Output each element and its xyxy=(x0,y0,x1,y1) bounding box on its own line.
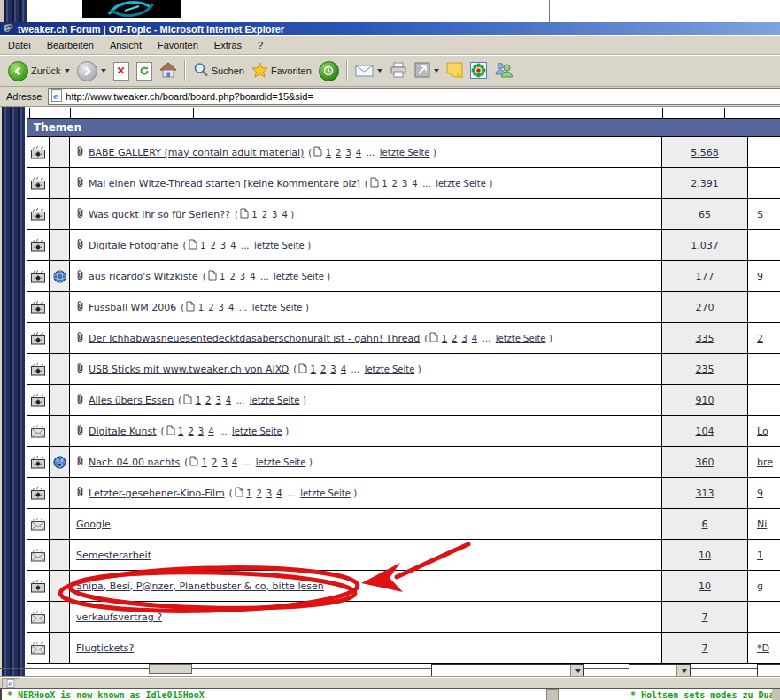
page-number-link[interactable]: 2 xyxy=(212,458,217,467)
last-page-link[interactable]: letzte Seite xyxy=(232,427,282,436)
page-number-link[interactable]: 3 xyxy=(345,148,351,158)
mail-button[interactable] xyxy=(351,62,386,81)
irc-scrollbar[interactable] xyxy=(772,689,780,700)
menu-item-?[interactable]: ? xyxy=(250,38,271,52)
page-number-link[interactable]: 2 xyxy=(256,488,261,498)
topic-link[interactable]: USB Sticks mit www.tweaker.ch von AIXO xyxy=(89,364,289,375)
fullscreen-button[interactable] xyxy=(411,60,443,81)
mail-dropdown-icon[interactable] xyxy=(377,69,382,73)
page-number-link[interactable]: 4 xyxy=(228,303,234,312)
page-number-link[interactable]: 1 xyxy=(178,427,183,436)
menu-item-extras[interactable]: Extras xyxy=(206,38,250,52)
page-number-link[interactable]: 1 xyxy=(311,365,316,374)
last-page-link[interactable]: letzte Seite xyxy=(300,488,351,498)
reply-count-link[interactable]: 10 xyxy=(699,581,711,592)
last-post-link[interactable]: S xyxy=(757,209,763,220)
page-number-link[interactable]: 4 xyxy=(226,396,231,405)
reply-count-link[interactable]: 65 xyxy=(699,209,711,220)
reply-count-link[interactable]: 360 xyxy=(696,457,714,468)
reply-count-link[interactable]: 104 xyxy=(696,426,714,437)
topic-link[interactable]: Fussball WM 2006 xyxy=(89,302,176,313)
page-number-link[interactable]: 3 xyxy=(330,365,336,374)
last-page-link[interactable]: letzte Seite xyxy=(256,458,306,467)
page-number-link[interactable]: 2 xyxy=(208,303,213,312)
last-post-link[interactable]: g xyxy=(757,581,763,592)
page-number-link[interactable]: 3 xyxy=(240,272,245,281)
page-number-link[interactable]: 2 xyxy=(392,179,398,188)
topic-link[interactable]: Letzter-gesehener-Kino-Film xyxy=(89,488,225,499)
page-number-link[interactable]: 1 xyxy=(196,396,201,405)
page-number-link[interactable]: 4 xyxy=(276,488,282,498)
reply-count-link[interactable]: 10 xyxy=(699,550,711,561)
page-number-link[interactable]: 1 xyxy=(200,241,205,250)
page-number-link[interactable]: 1 xyxy=(382,179,387,188)
reply-count-link[interactable]: 235 xyxy=(696,364,714,375)
page-number-link[interactable]: 3 xyxy=(266,488,272,498)
page-number-link[interactable]: 4 xyxy=(232,458,237,467)
page-number-link[interactable]: 3 xyxy=(215,396,220,405)
page-number-link[interactable]: 2 xyxy=(452,334,457,343)
last-post-link[interactable]: 1 xyxy=(757,550,763,561)
home-button[interactable] xyxy=(156,60,181,81)
topic-link[interactable]: Alles übers Essen xyxy=(89,395,174,406)
reply-count-link[interactable]: 1.037 xyxy=(691,240,719,251)
page-number-link[interactable]: 4 xyxy=(250,272,255,281)
favorites-button[interactable]: Favoriten xyxy=(248,60,315,81)
last-post-link[interactable]: Lo xyxy=(757,426,768,437)
topic-link[interactable]: BABE GALLERY (may contain adult material… xyxy=(89,147,304,158)
page-number-link[interactable]: 3 xyxy=(272,210,277,219)
partial-select[interactable] xyxy=(757,664,780,677)
page-bottom-button[interactable] xyxy=(149,664,192,674)
page-number-link[interactable]: 4 xyxy=(341,365,346,374)
page-number-link[interactable]: 2 xyxy=(229,272,235,281)
page-number-link[interactable]: 3 xyxy=(402,179,407,188)
menu-item-datei[interactable]: Datei xyxy=(0,38,39,52)
icq-button[interactable] xyxy=(467,60,490,82)
reply-count-link[interactable]: 313 xyxy=(696,488,714,499)
topic-link[interactable]: Semesterarbeit xyxy=(76,550,151,561)
topic-link[interactable]: Was guckt ihr so für Serien?? xyxy=(89,209,230,220)
reply-count-link[interactable]: 7 xyxy=(702,612,708,623)
menu-item-bearbeiten[interactable]: Bearbeiten xyxy=(39,38,102,52)
forward-dropdown-icon[interactable] xyxy=(101,69,106,73)
last-page-link[interactable]: letzte Seite xyxy=(380,148,430,158)
page-number-link[interactable]: 4 xyxy=(472,334,477,343)
page-number-link[interactable]: 1 xyxy=(246,488,251,498)
page-number-link[interactable]: 1 xyxy=(202,458,207,467)
topic-link[interactable]: Mal einen Witze-Thread starten [keine Ko… xyxy=(89,178,360,189)
page-number-link[interactable]: 1 xyxy=(198,303,204,312)
topic-link[interactable]: verkaufsvertrag ? xyxy=(76,612,162,623)
page-number-link[interactable]: 2 xyxy=(210,241,215,250)
stop-button[interactable]: ✕ xyxy=(110,60,133,82)
notes-button[interactable] xyxy=(443,60,467,81)
last-post-link[interactable]: *D xyxy=(757,642,769,654)
address-input[interactable]: e http://www.tweaker.ch/board/board.php?… xyxy=(48,88,780,105)
last-post-link[interactable]: Ni xyxy=(757,519,767,530)
page-number-link[interactable]: 4 xyxy=(208,427,213,436)
reply-count-link[interactable]: 7 xyxy=(702,642,708,654)
last-post-link[interactable]: 2 xyxy=(757,333,763,344)
last-page-link[interactable]: letzte Seite xyxy=(496,334,546,343)
last-post-link[interactable]: 9 xyxy=(757,271,763,282)
reply-count-link[interactable]: 6 xyxy=(702,519,708,530)
page-number-link[interactable]: 2 xyxy=(205,396,211,405)
last-post-link[interactable]: bre xyxy=(757,457,773,468)
reply-count-link[interactable]: 910 xyxy=(696,395,714,406)
page-number-link[interactable]: 2 xyxy=(320,365,326,374)
page-number-link[interactable]: 2 xyxy=(262,210,267,219)
refresh-button[interactable] xyxy=(133,60,156,82)
last-page-link[interactable]: letzte Seite xyxy=(436,179,486,188)
forward-button[interactable] xyxy=(73,59,110,83)
topic-link[interactable]: Flugtickets? xyxy=(76,642,134,654)
fullscreen-dropdown-icon[interactable] xyxy=(434,69,439,73)
page-number-link[interactable]: 4 xyxy=(412,179,417,188)
last-page-link[interactable]: letzte Seite xyxy=(365,365,415,374)
last-page-link[interactable]: letzte Seite xyxy=(274,272,324,281)
menu-item-favoriten[interactable]: Favoriten xyxy=(150,38,206,52)
page-number-link[interactable]: 3 xyxy=(219,303,224,312)
topic-link[interactable]: Snipa, Besi, P@nzer, Planetbuster & co, … xyxy=(76,581,324,592)
topic-link[interactable]: aus ricardo's Witzkiste xyxy=(89,271,198,282)
page-number-link[interactable]: 1 xyxy=(442,334,447,343)
search-button[interactable]: Suchen xyxy=(189,60,248,81)
topic-link[interactable]: Digitale Kunst xyxy=(89,426,157,437)
